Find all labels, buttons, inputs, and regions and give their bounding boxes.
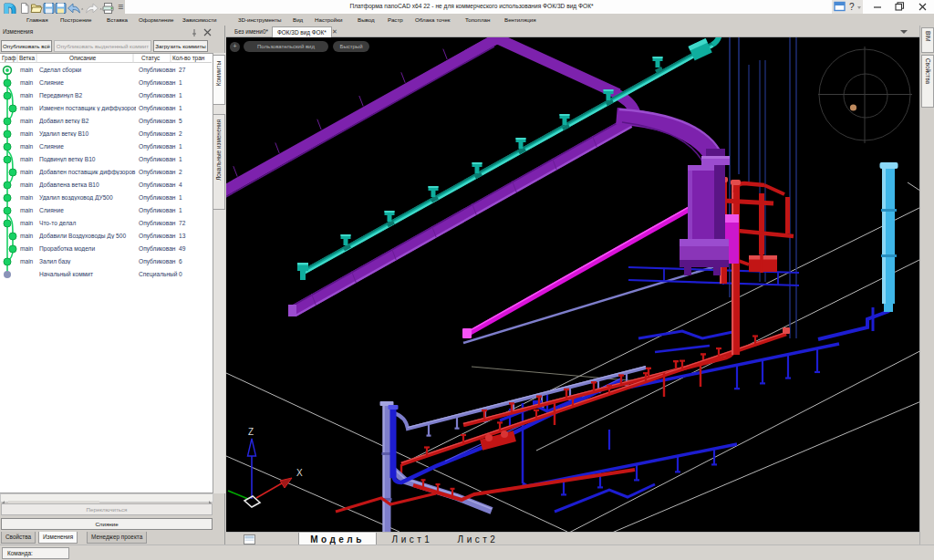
svg-text:Z: Z: [248, 427, 254, 437]
svg-text:?: ?: [849, 2, 855, 12]
svg-text:X: X: [296, 468, 303, 478]
